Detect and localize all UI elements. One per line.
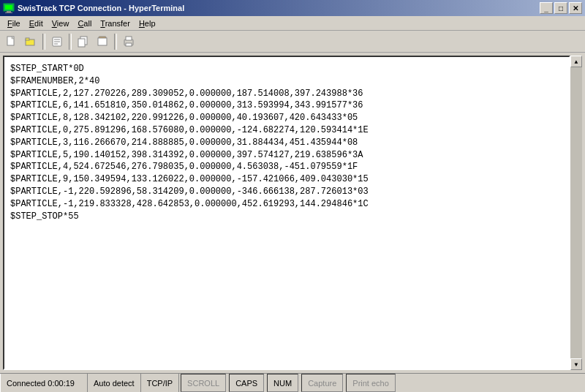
scroll-down-button[interactable]: ▼ bbox=[570, 358, 582, 370]
window-controls[interactable]: _ □ ✕ bbox=[540, 2, 582, 14]
new-button[interactable] bbox=[3, 34, 20, 50]
copy-button[interactable] bbox=[75, 34, 92, 50]
minimize-button[interactable]: _ bbox=[540, 2, 553, 14]
svg-rect-3 bbox=[5, 12, 12, 13]
capture-indicator: Capture bbox=[301, 374, 343, 392]
menu-edit[interactable]: Edit bbox=[25, 18, 48, 29]
paste-button[interactable] bbox=[94, 34, 111, 50]
menu-bar: File Edit View Call Transfer Help bbox=[0, 16, 585, 31]
menu-help[interactable]: Help bbox=[135, 18, 160, 29]
print-button[interactable] bbox=[120, 34, 137, 50]
svg-rect-2 bbox=[7, 11, 11, 12]
menu-transfer[interactable]: Transfer bbox=[96, 18, 135, 29]
toolbar-separator-1 bbox=[42, 34, 45, 50]
connection-status: Connected 0:00:19 bbox=[0, 374, 88, 392]
terminal-window[interactable]: $STEP_START*0D $FRAMENUMBER,2*40 $PARTIC… bbox=[3, 56, 570, 370]
svg-rect-18 bbox=[126, 43, 132, 46]
main-area: $STEP_START*0D $FRAMENUMBER,2*40 $PARTIC… bbox=[0, 53, 585, 373]
close-button[interactable]: ✕ bbox=[569, 2, 582, 14]
encoding-status: Auto detect bbox=[88, 374, 141, 392]
properties-button[interactable] bbox=[48, 34, 66, 50]
svg-rect-15 bbox=[98, 38, 107, 45]
scrollbar[interactable]: ▲ ▼ bbox=[570, 56, 582, 370]
app-icon bbox=[3, 2, 15, 14]
toolbar bbox=[0, 31, 585, 53]
maximize-button[interactable]: □ bbox=[554, 2, 567, 14]
toolbar-separator-2 bbox=[69, 34, 72, 50]
menu-call[interactable]: Call bbox=[73, 18, 96, 29]
scroll-track[interactable] bbox=[570, 67, 582, 358]
status-bar: Connected 0:00:19 Auto detect TCP/IP SCR… bbox=[0, 373, 585, 392]
terminal-content: $STEP_START*0D $FRAMENUMBER,2*40 $PARTIC… bbox=[4, 57, 569, 228]
svg-rect-13 bbox=[78, 39, 85, 47]
title-left: SwisTrack TCP Connection - HyperTerminal bbox=[3, 2, 184, 14]
scroll-up-button[interactable]: ▲ bbox=[570, 56, 582, 67]
toolbar-separator-3 bbox=[114, 34, 117, 50]
caps-indicator: CAPS bbox=[229, 374, 264, 392]
menu-file[interactable]: File bbox=[3, 18, 25, 29]
window-title: SwisTrack TCP Connection - HyperTerminal bbox=[18, 4, 184, 12]
protocol-status: TCP/IP bbox=[141, 374, 179, 392]
svg-rect-7 bbox=[26, 38, 29, 40]
svg-rect-17 bbox=[126, 37, 132, 40]
print-echo-indicator: Print echo bbox=[346, 374, 396, 392]
svg-rect-1 bbox=[5, 5, 12, 10]
title-bar: SwisTrack TCP Connection - HyperTerminal… bbox=[0, 0, 585, 16]
menu-view[interactable]: View bbox=[48, 18, 74, 29]
scroll-indicator: SCROLL bbox=[181, 374, 226, 392]
num-indicator: NUM bbox=[267, 374, 298, 392]
open-button[interactable] bbox=[22, 34, 39, 50]
